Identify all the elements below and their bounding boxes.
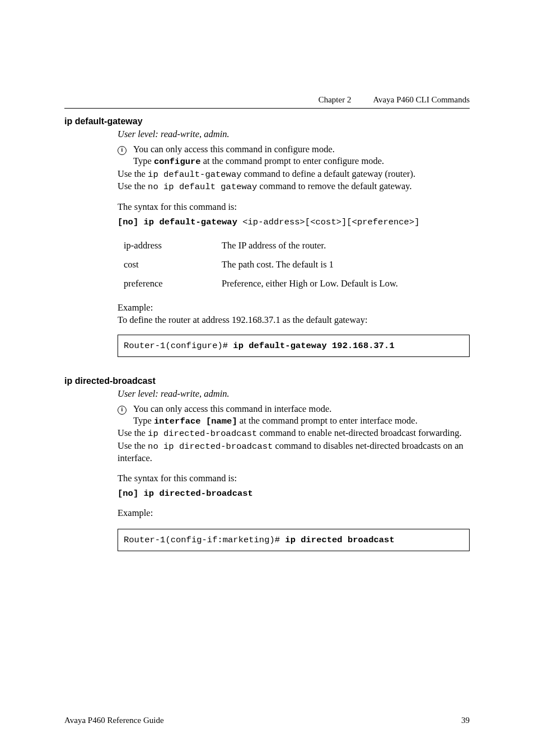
chapter-title: Avaya P460 CLI Commands (373, 95, 470, 104)
param-desc: Preference, either High or Low. Default … (222, 274, 398, 293)
code-prompt: Router-1(configure)# (124, 341, 233, 351)
section-heading-directed-broadcast: ip directed-broadcast (64, 376, 470, 386)
use-line-1: Use the ip default-gateway command to de… (118, 168, 470, 180)
cmd-text: ip default-gateway (148, 170, 241, 180)
type-instruction: Type interface [name] at the command pro… (133, 415, 470, 427)
info-icon: i (118, 143, 133, 155)
type-prefix: Type (133, 415, 154, 426)
type-suffix: at the command prompt to enter configure… (201, 156, 385, 166)
user-level-text: User level: read-write, admin. (118, 388, 470, 400)
use-line-1: Use the ip directed-broadcast command to… (118, 427, 470, 439)
use-line-2: Use the no ip directed-broadcast command… (118, 440, 470, 464)
page-footer: Avaya P460 Reference Guide 39 (64, 716, 470, 725)
cmd-text: no ip default gateway (148, 182, 257, 192)
header-rule (64, 108, 470, 109)
example-label: Example: (118, 302, 470, 313)
configure-cmd: configure (154, 157, 201, 167)
chapter-number: Chapter 2 (318, 95, 352, 104)
param-name: cost (124, 255, 222, 274)
code-box: Router-1(configure)# ip default-gateway … (118, 335, 470, 357)
syntax-line: [no] ip directed-broadcast (118, 487, 470, 499)
syntax-cmd-bold: [no] ip default-gateway (118, 217, 242, 227)
use-line-2: Use the no ip default gateway command to… (118, 180, 470, 192)
footer-title: Avaya P460 Reference Guide (64, 716, 164, 725)
table-row: cost The path cost. The default is 1 (124, 255, 398, 274)
section-heading-default-gateway: ip default-gateway (64, 116, 470, 126)
syntax-line: [no] ip default-gateway <ip-address>[<co… (118, 216, 470, 227)
page-number: 39 (461, 716, 470, 725)
info-text: You can only access this command in conf… (133, 143, 335, 155)
syntax-cmd-bold: [no] ip directed-broadcast (118, 489, 253, 499)
param-name: preference (124, 274, 222, 293)
cmd-text: no ip directed-broadcast (148, 442, 273, 452)
info-block: i You can only access this command in co… (118, 143, 470, 168)
param-name: ip-address (124, 236, 222, 255)
table-row: ip-address The IP address of the router. (124, 236, 398, 255)
interface-cmd: interface [name] (154, 416, 237, 426)
type-instruction: Type configure at the command prompt to … (133, 155, 470, 167)
page-header: Chapter 2 Avaya P460 CLI Commands (64, 95, 470, 105)
type-suffix: at the command prompt to enter interface… (237, 415, 418, 426)
table-row: preference Preference, either High or Lo… (124, 274, 398, 293)
example-label: Example: (118, 508, 470, 519)
info-block: i You can only access this command in in… (118, 403, 470, 428)
info-text: You can only access this command in inte… (133, 403, 331, 415)
cmd-text: ip directed-broadcast (148, 429, 257, 439)
info-icon: i (118, 403, 133, 415)
code-cmd: ip directed broadcast (285, 535, 394, 545)
user-level-text: User level: read-write, admin. (118, 129, 470, 140)
param-desc: The IP address of the router. (222, 236, 398, 255)
param-table: ip-address The IP address of the router.… (124, 236, 398, 293)
syntax-label: The syntax for this command is: (118, 473, 470, 484)
syntax-cmd-args: <ip-address>[<cost>][<preference>] (242, 217, 419, 227)
example-desc: To define the router at address 192.168.… (118, 314, 470, 326)
code-cmd: ip default-gateway 192.168.37.1 (233, 341, 394, 351)
code-box: Router-1(config-if:marketing)# ip direct… (118, 529, 470, 551)
code-prompt: Router-1(config-if:marketing)# (124, 535, 285, 545)
syntax-label: The syntax for this command is: (118, 201, 470, 213)
param-desc: The path cost. The default is 1 (222, 255, 398, 274)
type-prefix: Type (133, 156, 154, 166)
